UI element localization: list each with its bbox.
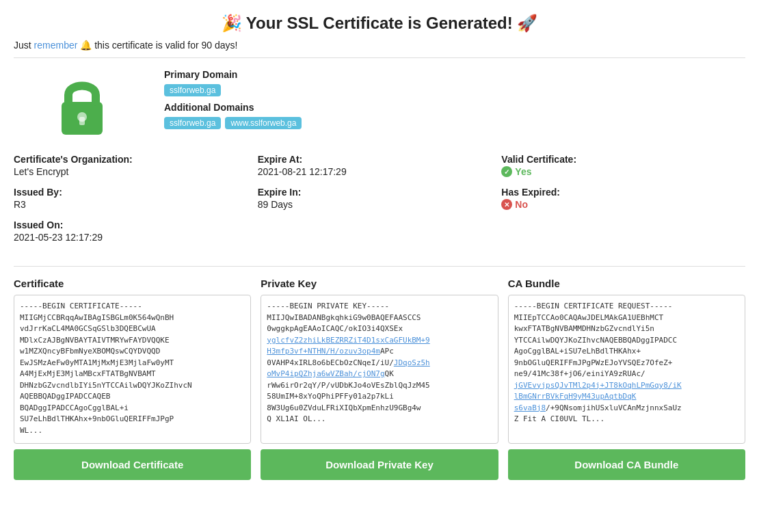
lock-icon-container [14, 69, 150, 137]
private-key-textarea-box[interactable]: -----BEGIN PRIVATE KEY----- MIIJQwIBADAN… [261, 295, 498, 444]
certificate-col: Certificate -----BEGIN CERTIFICATE----- … [14, 278, 251, 480]
issued-by-value: R3 [14, 199, 258, 210]
primary-domain-label: Primary Domain [164, 69, 745, 80]
meta-col-2: Expire At: 2021-08-21 12:17:29 Expire In… [258, 154, 502, 252]
ca-bundle-content: -----BEGIN CERTIFICATE REQUEST----- MIIE… [509, 295, 745, 443]
validity-notice: Just remember 🔔 this certificate is vali… [14, 40, 745, 51]
domain-info: Primary Domain sslforweb.ga Additional D… [150, 69, 745, 135]
page-title: 🎉 Your SSL Certificate is Generated! 🚀 [14, 14, 745, 33]
private-key-title: Private Key [261, 278, 498, 289]
valid-certificate-label: Valid Certificate: [501, 154, 745, 165]
valid-certificate-value: ✓ Yes [501, 166, 745, 177]
meta-section: Certificate's Organization: Let's Encryp… [14, 151, 745, 252]
meta-col-1: Certificate's Organization: Let's Encryp… [14, 154, 258, 252]
expire-at-item: Expire At: 2021-08-21 12:17:29 [258, 154, 502, 177]
validity-prefix: Just [14, 40, 34, 51]
validity-suffix: 🔔 this certificate is valid for 90 days! [77, 40, 237, 51]
additional-domains-badges: sslforweb.ga www.sslforweb.ga [164, 117, 745, 135]
certificate-textarea-box[interactable]: -----BEGIN CERTIFICATE----- MIIGMjCCBRqq… [14, 295, 251, 444]
ca-bundle-title: CA Bundle [508, 278, 745, 289]
has-expired-text: No [515, 199, 528, 210]
download-private-key-button[interactable]: Download Private Key [261, 449, 498, 480]
expire-at-value: 2021-08-21 12:17:29 [258, 166, 502, 177]
certificate-title: Certificate [14, 278, 251, 289]
additional-domains-label: Additional Domains [164, 102, 745, 113]
check-circle-icon: ✓ [501, 166, 512, 177]
remember-link[interactable]: remember [34, 40, 78, 51]
organization-label: Certificate's Organization: [14, 154, 258, 165]
has-expired-value: ✕ No [501, 199, 745, 210]
organization-item: Certificate's Organization: Let's Encryp… [14, 154, 258, 177]
divider-2 [14, 266, 745, 267]
valid-certificate-item: Valid Certificate: ✓ Yes [501, 154, 745, 177]
expire-in-label: Expire In: [258, 187, 502, 198]
expire-at-label: Expire At: [258, 154, 502, 165]
issued-by-label: Issued By: [14, 187, 258, 198]
private-key-content: -----BEGIN PRIVATE KEY----- MIIJQwIBADAN… [261, 295, 497, 443]
cert-info-section: Primary Domain sslforweb.ga Additional D… [14, 69, 745, 137]
certificate-content: -----BEGIN CERTIFICATE----- MIIGMjCCBRqq… [14, 295, 250, 443]
expire-in-item: Expire In: 89 Days [258, 187, 502, 210]
download-ca-bundle-button[interactable]: Download CA Bundle [508, 449, 745, 480]
additional-domain-badge-2: www.sslforweb.ga [225, 117, 302, 129]
has-expired-item: Has Expired: ✕ No [501, 187, 745, 210]
download-section: Certificate -----BEGIN CERTIFICATE----- … [14, 278, 745, 494]
expire-in-value: 89 Days [258, 199, 502, 210]
private-key-col: Private Key -----BEGIN PRIVATE KEY----- … [261, 278, 498, 480]
valid-yes-text: Yes [515, 166, 531, 177]
page-header: 🎉 Your SSL Certificate is Generated! 🚀 [14, 14, 745, 33]
divider-1 [14, 57, 745, 58]
meta-col-3: Valid Certificate: ✓ Yes Has Expired: ✕ … [501, 154, 745, 252]
x-circle-icon: ✕ [501, 199, 512, 210]
svg-rect-2 [79, 117, 85, 125]
lock-icon [55, 76, 109, 137]
issued-on-label: Issued On: [14, 220, 258, 230]
issued-on-item: Issued On: 2021-05-23 12:17:29 [14, 220, 258, 243]
organization-value: Let's Encrypt [14, 166, 258, 177]
issued-by-item: Issued By: R3 [14, 187, 258, 210]
download-certificate-button[interactable]: Download Certificate [14, 449, 251, 480]
primary-domain-badge: sslforweb.ga [164, 84, 221, 96]
additional-domain-badge-1: sslforweb.ga [164, 117, 221, 129]
ca-bundle-textarea-box[interactable]: -----BEGIN CERTIFICATE REQUEST----- MIIE… [508, 295, 745, 444]
issued-on-value: 2021-05-23 12:17:29 [14, 232, 258, 243]
has-expired-label: Has Expired: [501, 187, 745, 198]
ca-bundle-col: CA Bundle -----BEGIN CERTIFICATE REQUEST… [508, 278, 745, 480]
